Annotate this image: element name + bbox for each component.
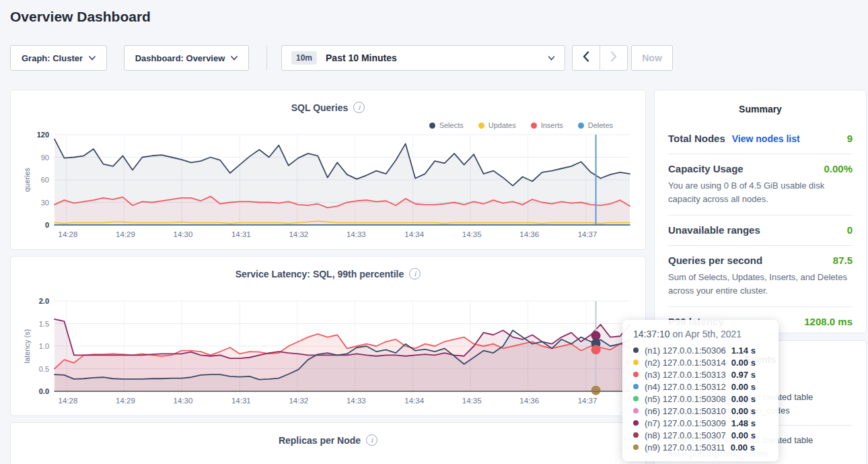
now-button[interactable]: Now — [631, 45, 673, 71]
series-dot-icon — [633, 347, 639, 353]
svg-text:30: 30 — [41, 199, 49, 207]
summary-row-subtext: Sum of Selects, Updates, Inserts, and De… — [668, 271, 853, 297]
tooltip-node-label: (n7) 127.0.0.1:50309 — [645, 418, 726, 428]
tooltip-node-label: (n8) 127.0.0.1:50307 — [645, 430, 726, 440]
chart-hover-tooltip: 14:37:10 on Apr 5th, 2021 (n1) 127.0.0.1… — [622, 320, 779, 461]
svg-text:60: 60 — [41, 176, 49, 184]
svg-text:120: 120 — [37, 131, 49, 139]
chevron-down-icon — [89, 56, 96, 61]
svg-text:14:34: 14:34 — [404, 397, 424, 405]
tooltip-row: (n3) 127.0.0.1:503130.97 s — [633, 368, 768, 380]
summary-title: Summary — [655, 104, 866, 114]
tooltip-node-value: 0.00 s — [731, 394, 756, 404]
sql-queries-title: SQL Queries — [291, 102, 349, 113]
chevron-down-icon — [231, 56, 238, 61]
time-range-label: Past 10 Minutes — [326, 53, 542, 63]
svg-text:14:37: 14:37 — [578, 397, 598, 405]
svg-text:queries: queries — [23, 167, 31, 192]
svg-text:14:37: 14:37 — [578, 230, 598, 238]
svg-text:1.0: 1.0 — [39, 342, 49, 350]
summary-rows: Total NodesView nodes list9Capacity Usag… — [655, 114, 866, 337]
summary-row-value: 9 — [847, 133, 853, 144]
summary-row-subtext: You are using 0 B of 4.5 GiB usable disk… — [668, 179, 853, 205]
graph-dropdown[interactable]: Graph: Cluster — [10, 45, 107, 71]
time-range-dropdown[interactable]: 10m Past 10 Minutes — [281, 45, 565, 71]
controls-divider — [266, 45, 267, 71]
time-range-badge: 10m — [291, 51, 317, 65]
chevron-down-icon — [548, 56, 555, 61]
view-nodes-list-link[interactable]: View nodes list — [732, 133, 800, 144]
page-title: Overview Dashboard — [10, 9, 151, 25]
svg-text:14:34: 14:34 — [404, 230, 424, 238]
svg-text:14:35: 14:35 — [462, 230, 482, 238]
svg-text:14:36: 14:36 — [519, 397, 539, 405]
info-icon[interactable]: i — [353, 102, 365, 113]
svg-text:0: 0 — [45, 221, 49, 229]
time-prev-button[interactable] — [572, 45, 600, 71]
series-dot-icon — [633, 396, 639, 401]
tooltip-node-label: (n1) 127.0.0.1:50306 — [645, 345, 726, 356]
info-icon[interactable]: i — [366, 434, 377, 446]
series-dot-icon — [633, 360, 639, 365]
series-dot-icon — [633, 372, 639, 377]
svg-text:14:29: 14:29 — [116, 230, 135, 238]
dashboard-dropdown[interactable]: Dashboard: Overview — [124, 45, 249, 71]
replicas-per-node-title: Replicas per Node — [279, 435, 361, 446]
summary-row-label: Total Nodes — [668, 133, 725, 144]
svg-text:14:28: 14:28 — [59, 397, 78, 405]
tooltip-row: (n1) 127.0.0.1:503061.14 s — [633, 344, 768, 356]
graph-dropdown-label: Graph: Cluster — [22, 53, 83, 63]
summary-row-value: 1208.0 ms — [804, 316, 853, 327]
tooltip-node-value: 0.00 s — [731, 382, 756, 392]
svg-text:14:30: 14:30 — [174, 397, 193, 405]
svg-text:1.5: 1.5 — [39, 320, 49, 328]
series-dot-icon — [633, 432, 639, 438]
summary-row: Capacity Usage0.00%You are using 0 B of … — [668, 154, 853, 216]
tooltip-row: (n9) 127.0.0.1:503110.00 s — [633, 441, 768, 453]
svg-text:14:35: 14:35 — [462, 397, 482, 405]
tooltip-timestamp: 14:37:10 on Apr 5th, 2021 — [633, 329, 768, 339]
svg-text:90: 90 — [41, 154, 49, 162]
tooltip-node-label: (n4) 127.0.0.1:50312 — [645, 382, 726, 392]
tooltip-node-value: 0.00 s — [731, 406, 756, 416]
summary-row: Total NodesView nodes list9 — [668, 124, 853, 154]
svg-text:14:31: 14:31 — [231, 397, 251, 405]
svg-text:latency (s): latency (s) — [23, 329, 31, 364]
time-next-button[interactable] — [600, 45, 628, 71]
tooltip-node-label: (n9) 127.0.0.1:50311 — [645, 442, 725, 453]
sql-queries-card: SQL Queries i SelectsUpdatesInsertsDelet… — [10, 90, 646, 250]
summary-row-label: Capacity Usage — [668, 163, 744, 174]
tooltip-row: (n8) 127.0.0.1:503070.00 s — [633, 429, 768, 441]
summary-panel: Summary Total NodesView nodes list9Capac… — [654, 90, 867, 333]
tooltip-row: (n6) 127.0.0.1:503100.00 s — [633, 405, 768, 417]
tooltip-node-value: 0.00 s — [731, 430, 756, 440]
tooltip-node-value: 0.00 s — [731, 358, 756, 368]
sql-queries-chart[interactable]: 0306090120queries14:2814:2914:3014:3114:… — [20, 128, 639, 246]
svg-text:0.0: 0.0 — [39, 387, 49, 395]
service-latency-chart[interactable]: 0.00.51.01.52.0latency (s)14:2814:2914:3… — [20, 294, 639, 413]
tooltip-node-value: 0.00 s — [731, 442, 755, 453]
tooltip-row: (n2) 127.0.0.1:503140.00 s — [633, 356, 768, 368]
service-latency-card: Service Latency: SQL, 99th percentile i … — [10, 256, 646, 416]
tooltip-node-label: (n6) 127.0.0.1:50310 — [645, 406, 726, 416]
summary-row-value: 87.5 — [833, 255, 853, 266]
tooltip-node-value: 1.48 s — [731, 418, 756, 428]
tooltip-node-label: (n5) 127.0.0.1:50308 — [645, 394, 726, 404]
svg-text:14:33: 14:33 — [347, 397, 366, 405]
svg-text:14:29: 14:29 — [116, 397, 135, 405]
series-dot-icon — [633, 420, 639, 426]
series-dot-icon — [633, 444, 639, 450]
tooltip-node-value: 1.14 s — [731, 345, 756, 356]
summary-row-value: 0.00% — [824, 163, 853, 174]
dashboard-dropdown-label: Dashboard: Overview — [135, 53, 225, 63]
svg-text:2.0: 2.0 — [39, 297, 49, 305]
svg-text:14:36: 14:36 — [519, 230, 539, 238]
info-icon[interactable]: i — [409, 268, 421, 279]
summary-row-label: Queries per second — [668, 255, 762, 266]
tooltip-time: 14:37:10 — [633, 329, 670, 339]
tooltip-date: on Apr 5th, 2021 — [672, 329, 742, 339]
tooltip-row: (n5) 127.0.0.1:503080.00 s — [633, 393, 768, 405]
service-latency-title: Service Latency: SQL, 99th percentile — [236, 269, 404, 279]
summary-row-label: Unavailable ranges — [668, 224, 760, 236]
tooltip-rows: (n1) 127.0.0.1:503061.14 s(n2) 127.0.0.1… — [633, 344, 768, 453]
